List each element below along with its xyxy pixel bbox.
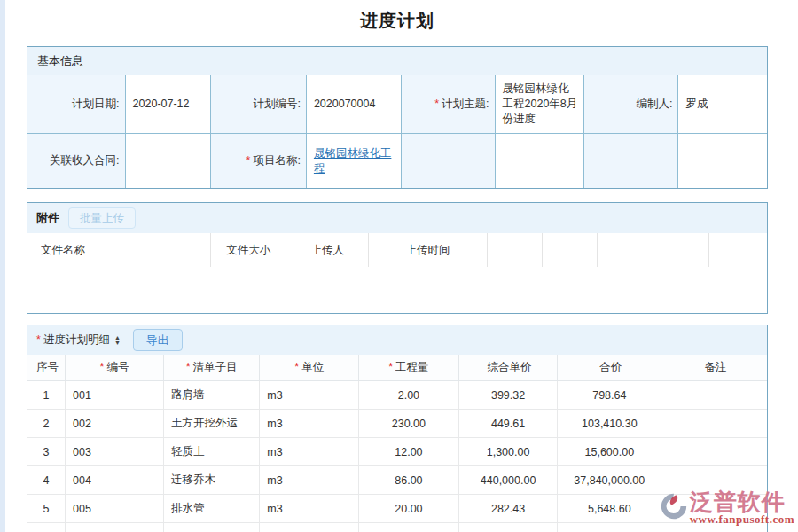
- table-row: 5 005 排水管 m3 20.00 282.43 5,648.60: [27, 495, 767, 523]
- table-row: 4 004 迁移乔木 m3 86.00 440,000.00 37,840,00…: [27, 466, 767, 495]
- progress-plan-page: 进度计划 基本信息 计划日期: 2020-07-12 计划编号: 2020070…: [27, 0, 768, 532]
- cell-qty: 86.00: [359, 466, 459, 495]
- detail-panel: *进度计划明细 ▲▼ 导出 序号 *编号 *清单子目 *单位 *工程量 综合单价…: [27, 325, 768, 532]
- plan-date-label: 计划日期:: [72, 98, 119, 110]
- plan-subject-value: 晟铭园林绿化工程2020年8月份进度: [495, 75, 583, 134]
- table-row: 1 001 路肩墙 m3 2.00 399.32 798.64: [27, 381, 767, 410]
- project-name-label: 项目名称:: [253, 154, 300, 167]
- basic-info-row-1: 计划日期: 2020-07-12 计划编号: 2020070004 *计划主题:…: [27, 75, 767, 134]
- related-contract-label: 关联收入合同:: [50, 154, 119, 167]
- col-uploader: 上传人: [286, 233, 369, 267]
- cell-price: 399.32: [458, 381, 558, 410]
- creator-label-cell: 编制人:: [583, 75, 678, 134]
- cell-code: 001: [66, 381, 164, 410]
- cell-seq: 6: [27, 523, 66, 532]
- detail-header: *进度计划明细 ▲▼ 导出: [27, 325, 767, 355]
- cell-price: 1,300.00: [458, 438, 558, 466]
- related-contract-value: [125, 134, 211, 189]
- cell-item: DN1000: [163, 523, 259, 532]
- plan-no-value: 2020070004: [306, 75, 402, 134]
- export-button[interactable]: 导出: [133, 329, 183, 351]
- col-quantity: *工程量: [359, 355, 459, 381]
- project-name-label-cell: *项目名称:: [211, 134, 307, 189]
- table-row: 6 006 DN1000 m3 25.00 97.06 2,426.50: [27, 523, 767, 532]
- cell-total: 37,840,000.00: [558, 466, 661, 495]
- cell-total: 798.64: [558, 381, 661, 410]
- basic-info-row-2: 关联收入合同: *项目名称: 晟铭园林绿化工程: [27, 134, 767, 189]
- plan-subject-label-cell: *计划主题:: [402, 75, 495, 134]
- attachments-header-row: 文件名称 文件大小 上传人 上传时间: [27, 233, 767, 267]
- batch-upload-button[interactable]: 批量上传: [68, 207, 136, 230]
- basic-info-table: 计划日期: 2020-07-12 计划编号: 2020070004 *计划主题:…: [27, 75, 767, 188]
- cell-price: 440,000.00: [458, 466, 558, 495]
- cell-remark: [661, 410, 767, 438]
- col-total-price: 合价: [558, 355, 661, 381]
- col-seq: 序号: [27, 355, 66, 381]
- attachments-title: 附件: [36, 210, 59, 226]
- cell-code: 004: [66, 466, 164, 495]
- plan-date-value: 2020-07-12: [125, 75, 211, 134]
- cell-total: 15,600.00: [558, 438, 661, 466]
- creator-label: 编制人:: [636, 98, 672, 110]
- cell-unit: m3: [260, 410, 359, 438]
- cell-unit: m3: [260, 523, 359, 532]
- table-row: 3 003 轻质土 m3 12.00 1,300.00 15,600.00: [27, 438, 767, 466]
- cell-item: 路肩墙: [163, 381, 259, 410]
- cell-price: 282.43: [458, 495, 558, 523]
- detail-title: *进度计划明细: [36, 332, 110, 348]
- cell-qty: 25.00: [359, 523, 459, 532]
- cell-total: 5,648.60: [558, 495, 661, 523]
- cell-price: 449.61: [458, 410, 558, 438]
- cell-code: 005: [66, 495, 164, 523]
- cell-qty: 2.00: [359, 381, 459, 410]
- project-name-value-cell: 晟铭园林绿化工程: [306, 134, 402, 189]
- plan-date-label-cell: 计划日期:: [27, 75, 125, 134]
- cell-item: 迁移乔木: [163, 466, 259, 495]
- cell-item: 排水管: [163, 495, 259, 523]
- related-contract-label-cell: 关联收入合同:: [27, 134, 125, 189]
- page-left-margin: [0, 0, 5, 532]
- col-empty-5: [708, 233, 767, 267]
- cell-seq: 1: [27, 381, 66, 410]
- cell-remark: [661, 381, 767, 410]
- empty-label-cell-2: [583, 134, 678, 189]
- sort-down-icon: ▼: [114, 340, 121, 346]
- col-empty-4: [653, 233, 709, 267]
- creator-value: 罗成: [678, 75, 767, 134]
- project-name-link[interactable]: 晟铭园林绿化工程: [314, 147, 392, 175]
- cell-qty: 230.00: [359, 410, 459, 438]
- empty-value-cell-1: [495, 134, 583, 189]
- plan-no-label: 计划编号:: [253, 98, 300, 110]
- col-empty-2: [542, 233, 598, 267]
- sort-toggle-icon[interactable]: ▲▼: [114, 335, 121, 346]
- col-empty-1: [488, 233, 543, 267]
- cell-unit: m3: [260, 381, 359, 410]
- cell-total: 103,410.30: [558, 410, 661, 438]
- col-upload-time: 上传时间: [368, 233, 487, 267]
- page-title: 进度计划: [27, 10, 768, 31]
- cell-remark: [661, 438, 767, 466]
- cell-total: 2,426.50: [558, 523, 661, 532]
- col-unit-price: 综合单价: [458, 355, 558, 381]
- cell-remark: [661, 466, 767, 495]
- cell-seq: 4: [27, 466, 66, 495]
- cell-code: 003: [66, 438, 164, 466]
- cell-seq: 3: [27, 438, 66, 466]
- cell-qty: 12.00: [359, 438, 459, 466]
- col-file-name: 文件名称: [27, 233, 211, 267]
- cell-seq: 2: [27, 410, 66, 438]
- attachments-header: 附件 批量上传: [27, 203, 767, 233]
- attachments-panel: 附件 批量上传 文件名称 文件大小 上传人 上传时间: [27, 202, 768, 314]
- cell-qty: 20.00: [359, 495, 459, 523]
- cell-item: 土方开挖外运: [163, 410, 259, 438]
- cell-remark: [661, 523, 767, 532]
- cell-price: 97.06: [458, 523, 558, 532]
- col-unit: *单位: [260, 355, 359, 381]
- basic-info-panel: 基本信息 计划日期: 2020-07-12 计划编号: 2020070004 *…: [27, 46, 768, 189]
- detail-header-row: 序号 *编号 *清单子目 *单位 *工程量 综合单价 合价 备注: [27, 355, 767, 381]
- col-file-size: 文件大小: [211, 233, 286, 267]
- col-item: *清单子目: [163, 355, 259, 381]
- cell-unit: m3: [260, 495, 359, 523]
- plan-no-label-cell: 计划编号:: [211, 75, 307, 134]
- cell-remark: [661, 495, 767, 523]
